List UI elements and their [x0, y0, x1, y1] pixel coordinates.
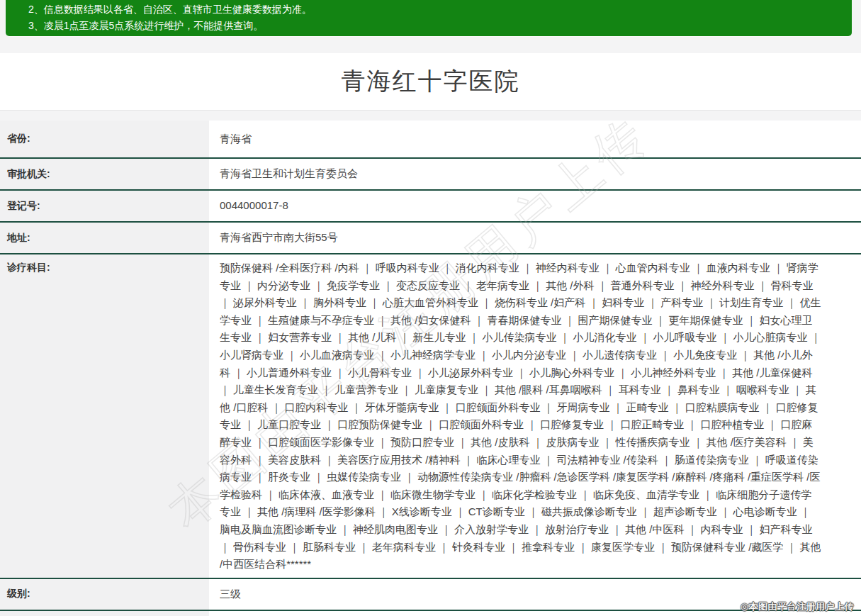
- table-row-level: 级别: 三级: [0, 579, 861, 611]
- row-label: 地址:: [0, 223, 209, 253]
- row-value: 青海省卫生和计划生育委员会: [209, 159, 861, 189]
- table-row-registration-number: 登记号: 0044000017-8: [0, 191, 861, 223]
- row-value: 预防保健科 /全科医疗科 /内科 ｜ 呼吸内科专业 ｜ 消化内科专业 ｜ 神经内…: [209, 254, 861, 578]
- page-title: 青海红十字医院: [342, 65, 520, 98]
- row-label: 级别:: [0, 579, 209, 610]
- table-row-approval-authority: 审批机关: 青海省卫生和计划生育委员会: [0, 159, 861, 191]
- row-value: 青海省: [209, 121, 861, 157]
- row-label: 省份:: [0, 121, 209, 157]
- notice-banner: 2、信息数据结果以各省、自治区、直辖市卫生健康委数据为准。 3、凌晨1点至凌晨5…: [6, 0, 852, 36]
- notice-line: 2、信息数据结果以各省、自治区、直辖市卫生健康委数据为准。: [28, 1, 852, 18]
- row-label: 审批机关:: [0, 159, 209, 189]
- notice-line: 3、凌晨1点至凌晨5点系统进行维护，不能提供查询。: [28, 18, 852, 34]
- row-label: 法人:: [0, 611, 209, 616]
- row-label: 诊疗科目:: [0, 254, 209, 578]
- table-row-legal-person: 法人: 徐波: [0, 611, 861, 616]
- title-section: 青海红十字医院: [0, 53, 861, 111]
- table-row-province: 省份: 青海省: [0, 121, 861, 159]
- row-value: 0044000017-8: [209, 191, 861, 221]
- table-row-departments: 诊疗科目: 预防保健科 /全科医疗科 /内科 ｜ 呼吸内科专业 ｜ 消化内科专业…: [0, 254, 861, 579]
- table-row-address: 地址: 青海省西宁市南大街55号: [0, 223, 861, 254]
- row-value: 青海省西宁市南大街55号: [209, 223, 861, 253]
- row-label: 登记号:: [0, 191, 209, 221]
- corner-watermark: ◎本图由平台注册用户上传: [741, 600, 854, 613]
- info-table: 省份: 青海省 审批机关: 青海省卫生和计划生育委员会 登记号: 0044000…: [0, 121, 861, 616]
